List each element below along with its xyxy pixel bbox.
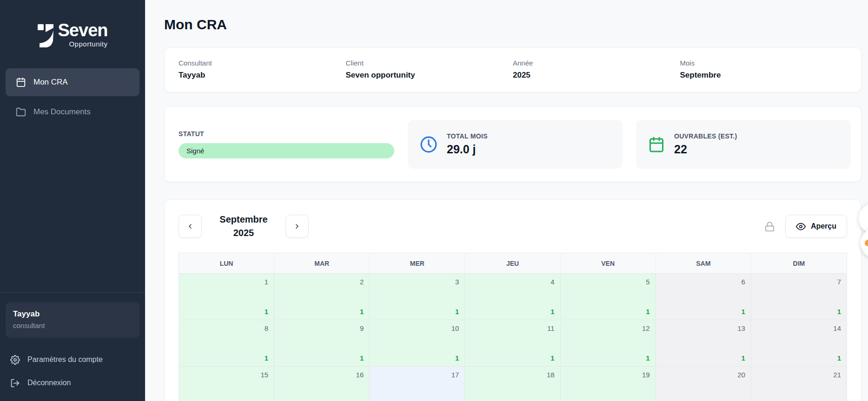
sidebar: Seven Opportunity Mon CRA Mes Documents …	[0, 0, 145, 401]
statut-block: STATUT Signé	[179, 130, 394, 158]
calendar-cell[interactable]: 16	[274, 367, 370, 401]
calendar-cell[interactable]: 20	[656, 367, 751, 401]
info-field: MoisSeptembre	[680, 59, 848, 80]
page-title: Mon CRA	[164, 17, 861, 33]
calendar-cell[interactable]: 111	[465, 320, 560, 367]
preview-button[interactable]: Aperçu	[785, 215, 847, 238]
workable-days-value: 22	[674, 143, 737, 156]
calendar-icon	[16, 77, 26, 87]
calendar-icon	[648, 136, 665, 153]
info-field-label: Client	[346, 59, 513, 67]
calendar-day-value: 1	[265, 354, 268, 362]
calendar-month: Septembre	[202, 213, 285, 226]
calendar-day-number: 13	[737, 324, 745, 332]
sidebar-item-mon-cra[interactable]: Mon CRA	[6, 68, 139, 96]
calendar-header: Septembre 2025 Aperçu	[179, 213, 847, 240]
calendar-cell[interactable]: 17	[370, 367, 465, 401]
calendar-day-number: 19	[642, 371, 650, 379]
calendar-day-number: 10	[451, 324, 459, 332]
user-card: Tayyab consultant	[6, 302, 139, 338]
notification-dot	[865, 240, 868, 246]
calendar-day-value: 1	[455, 308, 459, 316]
calendar-cell[interactable]: 41	[465, 274, 560, 320]
info-field-value: Tayyab	[179, 71, 346, 80]
calendar-cell[interactable]: 81	[179, 320, 274, 367]
calendar-cell[interactable]: 21	[274, 274, 370, 320]
calendar-day-value: 1	[837, 354, 841, 362]
calendar-grid: LUNMARMERJEUVENSAMDIM1121314151617181911…	[179, 253, 847, 401]
calendar-day-number: 8	[265, 324, 268, 332]
day-of-week-header: DIM	[751, 253, 847, 274]
status-badge: Signé	[179, 143, 394, 158]
calendar-day-number: 4	[550, 278, 554, 286]
calendar-day-number: 20	[737, 371, 745, 379]
calendar-cell[interactable]: 11	[179, 274, 274, 320]
sidebar-item-label: Paramètres du compte	[27, 355, 103, 364]
preview-button-label: Aperçu	[811, 222, 836, 230]
calendar-day-number: 3	[455, 278, 459, 286]
calendar-cell[interactable]: 51	[561, 274, 656, 320]
sidebar-divider	[0, 292, 145, 293]
calendar-day-number: 16	[356, 371, 364, 379]
sidebar-item-account-settings[interactable]: Paramètres du compte	[6, 348, 139, 371]
user-role: consultant	[13, 322, 132, 329]
total-month-card: TOTAL MOIS 29.0 j	[408, 120, 623, 169]
eye-icon	[796, 222, 806, 231]
folder-icon	[16, 107, 26, 117]
calendar-cell[interactable]: 19	[561, 367, 656, 401]
calendar-day-value: 1	[646, 354, 649, 362]
calendar-cell[interactable]: 91	[274, 320, 370, 367]
brand-logo: Seven Opportunity	[6, 21, 139, 48]
calendar-day-number: 11	[547, 324, 555, 332]
chevron-left-icon	[186, 223, 194, 230]
prev-month-button[interactable]	[179, 215, 202, 238]
day-of-week-header: LUN	[179, 253, 274, 274]
lock-icon	[764, 221, 775, 232]
calendar-cell[interactable]: 121	[561, 320, 656, 367]
calendar-day-number: 6	[742, 278, 745, 286]
logout-icon	[10, 378, 20, 388]
day-of-week-header: VEN	[561, 253, 656, 274]
calendar-day-value: 1	[837, 308, 841, 316]
calendar-day-value: 1	[360, 354, 364, 362]
info-field: ConsultantTayyab	[179, 59, 346, 80]
calendar-cell[interactable]: 131	[656, 320, 751, 367]
info-field: ClientSeven opportunity	[346, 59, 513, 80]
calendar-day-number: 15	[260, 371, 268, 379]
day-of-week-header: SAM	[656, 253, 751, 274]
calendar-cell[interactable]: 15	[179, 367, 274, 401]
day-of-week-header: MER	[370, 253, 465, 274]
sidebar-item-label: Mes Documents	[33, 107, 91, 117]
next-month-button[interactable]	[285, 215, 309, 238]
calendar-year: 2025	[202, 226, 285, 240]
sidebar-item-logout[interactable]: Déconnexion	[6, 371, 139, 394]
stats-row: STATUT Signé TOTAL MOIS 29.0 j OUVRABLES…	[164, 106, 861, 182]
sidebar-item-mes-documents[interactable]: Mes Documents	[6, 98, 139, 126]
calendar-cell[interactable]: 141	[751, 320, 847, 367]
info-field-label: Consultant	[179, 59, 346, 67]
calendar-cell[interactable]: 31	[370, 274, 465, 320]
calendar-day-number: 1	[265, 278, 268, 286]
calendar-cell[interactable]: 101	[370, 320, 465, 367]
brand-name: Seven	[58, 21, 108, 39]
user-name: Tayyab	[13, 309, 132, 319]
calendar-cell[interactable]: 71	[751, 274, 847, 320]
calendar-cell[interactable]: 21	[751, 367, 847, 401]
calendar-cell[interactable]: 61	[656, 274, 751, 320]
calendar-day-number: 14	[833, 324, 841, 332]
total-month-value: 29.0 j	[447, 143, 488, 156]
calendar-day-value: 1	[550, 308, 554, 316]
workable-days-card: OUVRABLES (EST.) 22	[636, 120, 851, 169]
calendar-day-number: 17	[451, 371, 459, 379]
info-bar: ConsultantTayyabClientSeven opportunityA…	[164, 47, 861, 92]
calendar-day-number: 21	[833, 371, 841, 379]
calendar-day-number: 18	[547, 371, 555, 379]
seven-logo-icon	[38, 24, 53, 47]
chevron-right-icon	[293, 223, 301, 230]
info-field-label: Mois	[680, 59, 848, 67]
calendar-day-number: 7	[837, 278, 841, 286]
calendar-card: Septembre 2025 Aperçu	[164, 199, 861, 401]
day-of-week-header: JEU	[465, 253, 560, 274]
calendar-cell[interactable]: 18	[465, 367, 560, 401]
calendar-day-number: 2	[360, 278, 364, 286]
